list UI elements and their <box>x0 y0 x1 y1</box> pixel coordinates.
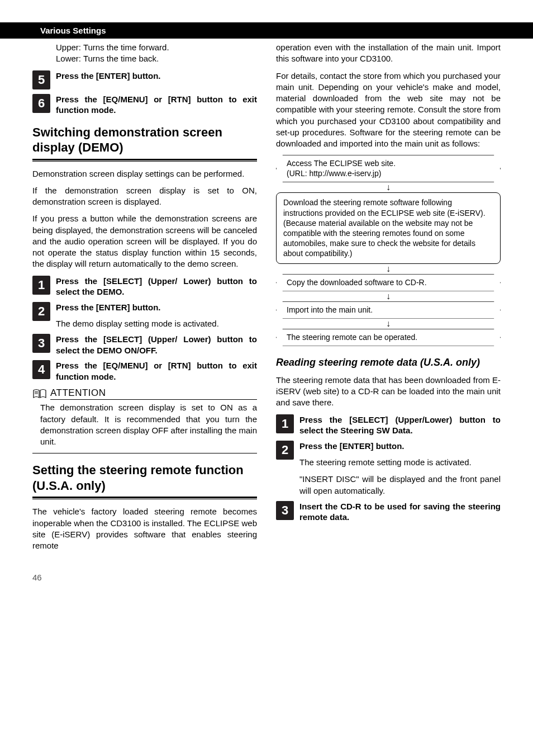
reading-step-1-text: Press the [SELECT] (Upper/Lower) button … <box>299 414 501 436</box>
step-5-text: Press the [ENTER] button. <box>56 70 257 82</box>
flow-arrow: ↓ <box>276 320 501 328</box>
step-number-3b: 3 <box>276 501 294 520</box>
flow-box-4: Import into the main unit. <box>276 301 501 318</box>
lower-line: Lower: Turns the time back. <box>56 54 159 63</box>
flow-arrow: ↓ <box>276 266 501 273</box>
attention-header: ATTENTION <box>32 388 257 400</box>
right-para-2: For details, contact the store from whic… <box>276 70 501 150</box>
flow-box-2: Download the steering remote software fo… <box>276 192 501 263</box>
section-header-bar: Various Settings <box>0 22 533 39</box>
demo-step-4-text: Press the [EQ/MENU] or [RTN] button to e… <box>56 360 257 382</box>
flowchart: Access The ECLIPSE web site. (URL: http:… <box>276 155 501 346</box>
step-5: 5 Press the [ENTER] button. <box>32 70 257 89</box>
step-number-2b: 2 <box>276 441 294 460</box>
demo-step-3-text: Press the [SELECT] (Upper/ Lower) button… <box>56 334 257 356</box>
right-column: operation even with the installation of … <box>276 42 501 557</box>
demo-step-1-text: Press the [SELECT] (Upper/ Lower) button… <box>56 276 257 297</box>
flow-arrow: ↓ <box>276 293 501 300</box>
step-number-1: 1 <box>32 276 50 295</box>
steering-para: The vehicle's factory loaded steering re… <box>32 506 257 551</box>
demo-step-1: 1 Press the [SELECT] (Upper/ Lower) butt… <box>32 276 257 297</box>
step-6: 6 Press the [EQ/MENU] or [RTN] button to… <box>32 94 257 116</box>
flow-box-1: Access The ECLIPSE web site. (URL: http:… <box>276 155 501 182</box>
reading-step-3-text: Insert the CD-R to be used for saving th… <box>299 501 501 523</box>
reading-para: The steering remote data that has been d… <box>276 375 501 409</box>
attention-end-rule <box>32 453 257 453</box>
demo-step-2: 2 Press the [ENTER] button. The demo dis… <box>32 302 257 330</box>
flow-box-1a: Access The ECLIPSE web site. <box>287 159 396 168</box>
step-number-5: 5 <box>32 70 50 89</box>
subheading-reading: Reading steering remote data (U.S.A. onl… <box>276 356 501 369</box>
flow-box-5: The steering remote can be operated. <box>276 329 501 346</box>
right-para-1: operation even with the installation of … <box>276 42 501 65</box>
demo-step-3: 3 Press the [SELECT] (Upper/ Lower) butt… <box>32 334 257 356</box>
attention-text: The demonstration screen display is set … <box>40 402 257 447</box>
step-number-3: 3 <box>32 334 50 353</box>
reading-step-2-text: Press the [ENTER] button. The steering r… <box>299 441 501 497</box>
demo-para-1: Demonstration screen display settings ca… <box>32 168 257 179</box>
step-number-6: 6 <box>32 94 50 113</box>
reading-step-2-sub1: The steering remote setting mode is acti… <box>299 457 501 468</box>
book-icon <box>32 389 47 399</box>
demo-para-3: If you press a button while the demonstr… <box>32 213 257 270</box>
demo-step-2-sub: The demo display setting mode is activat… <box>56 318 257 329</box>
flow-box-3: Copy the downloaded software to CD-R. <box>276 274 501 291</box>
heading-rule <box>32 159 257 162</box>
step-6-text: Press the [EQ/MENU] or [RTN] button to e… <box>56 94 257 116</box>
heading-rule-2 <box>32 497 257 499</box>
attention-label: ATTENTION <box>50 388 257 400</box>
page-number: 46 <box>32 573 501 582</box>
reading-step-1: 1 Press the [SELECT] (Upper/Lower) butto… <box>276 414 501 436</box>
demo-step-2-main: Press the [ENTER] button. <box>56 303 161 312</box>
step-number-2: 2 <box>32 302 50 321</box>
heading-steering: Setting the steering remote function (U.… <box>32 462 257 493</box>
two-column-layout: Upper: Turns the time forward. Lower: Tu… <box>32 42 501 557</box>
flow-arrow: ↓ <box>276 184 501 191</box>
reading-step-2: 2 Press the [ENTER] button. The steering… <box>276 441 501 497</box>
step-number-4: 4 <box>32 360 50 379</box>
step-number-1b: 1 <box>276 414 294 433</box>
reading-step-3: 3 Insert the CD-R to be used for saving … <box>276 501 501 523</box>
demo-step-4: 4 Press the [EQ/MENU] or [RTN] button to… <box>32 360 257 382</box>
demo-step-2-text: Press the [ENTER] button. The demo displ… <box>56 302 257 330</box>
reading-step-2-sub2: "INSERT DISC" will be displayed and the … <box>299 474 501 497</box>
time-direction-text: Upper: Turns the time forward. Lower: Tu… <box>56 42 257 65</box>
flow-box-1b: (URL: http://www.e-iserv.jp) <box>287 169 381 178</box>
reading-step-2-main: Press the [ENTER] button. <box>299 441 404 451</box>
demo-para-2: If the demonstration screen display is s… <box>32 185 257 208</box>
left-column: Upper: Turns the time forward. Lower: Tu… <box>32 42 257 557</box>
upper-line: Upper: Turns the time forward. <box>56 42 169 52</box>
heading-demo: Switching demonstration screen display (… <box>32 125 257 155</box>
